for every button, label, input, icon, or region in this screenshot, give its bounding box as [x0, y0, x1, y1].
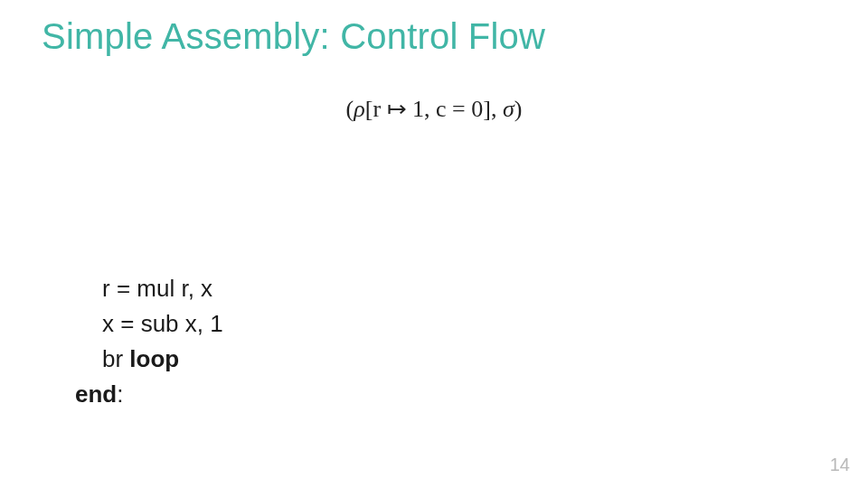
rho: ρ: [354, 96, 364, 122]
sigma: σ: [503, 96, 514, 122]
comma: ,: [491, 96, 503, 122]
paren-close: ): [514, 96, 523, 122]
br-keyword: br: [102, 345, 129, 372]
state-expression: (ρ[r ↦ 1, c = 0], σ): [0, 95, 868, 123]
var-c: c: [436, 96, 447, 122]
code-line-2: x = sub x, 1: [75, 306, 223, 342]
var-r: r: [373, 96, 381, 122]
bracket-close: ]: [483, 96, 491, 122]
code-line-1: r = mul r, x: [75, 271, 223, 306]
paren-open: (: [346, 96, 354, 122]
code-line-4: end:: [75, 377, 223, 412]
end-colon: :: [117, 380, 123, 408]
page-number: 14: [830, 455, 850, 475]
eq-zero: = 0: [447, 96, 484, 122]
code-block: r = mul r, x x = sub x, 1 br loop end:: [75, 271, 223, 412]
mapsto: ↦ 1,: [381, 96, 436, 122]
slide-title: Simple Assembly: Control Flow: [42, 16, 545, 57]
loop-label: loop: [129, 345, 179, 372]
code-line-3: br loop: [75, 342, 223, 377]
end-label: end: [75, 380, 117, 408]
